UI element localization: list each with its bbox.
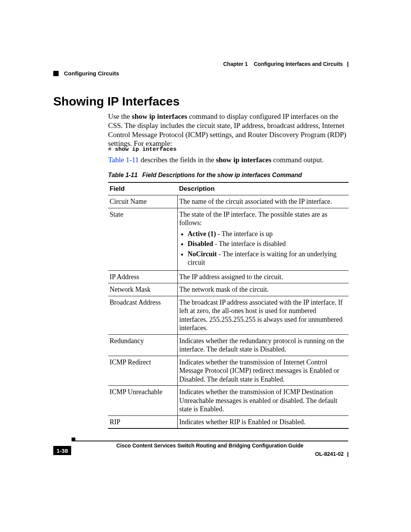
- chapter-title: Configuring Interfaces and Circuits: [254, 61, 343, 67]
- table-row: Network Mask The network mask of the cir…: [108, 283, 349, 296]
- state-text: - The interface is up: [216, 230, 272, 238]
- table-number: Table 1-11: [108, 172, 138, 178]
- page: Chapter 1 Configuring Interfaces and Cir…: [0, 0, 411, 532]
- doc-id-rule: [347, 452, 348, 457]
- field-desc: Indicates whether the transmission of IC…: [178, 386, 349, 416]
- table-row: Broadcast Address The broadcast IP addre…: [108, 296, 349, 334]
- field-desc: The IP address assigned to the circuit.: [178, 270, 349, 283]
- table-row: Redundancy Indicates whether the redunda…: [108, 334, 349, 356]
- table-link[interactable]: Table 1-11: [108, 156, 139, 164]
- section-heading: Showing IP Interfaces: [53, 94, 180, 109]
- col-description: Description: [178, 182, 349, 195]
- table-header-row: Field Description: [108, 182, 349, 195]
- table-row: ICMP Unreachable Indicates whether the t…: [108, 386, 349, 416]
- field-name: ICMP Unreachable: [108, 386, 178, 416]
- state-list: Active (1) - The interface is up Disable…: [179, 230, 346, 267]
- field-name: IP Address: [108, 270, 178, 283]
- col-field: Field: [108, 182, 178, 195]
- state-name: Disabled: [188, 240, 213, 248]
- field-name: Broadcast Address: [108, 296, 178, 334]
- table-row: Circuit Name The name of the circuit ass…: [108, 195, 349, 208]
- table-reference: Table 1-11 describes the fields in the s…: [108, 155, 348, 165]
- table-row: RIP Indicates whether RIP is Enabled or …: [108, 415, 349, 428]
- field-desc: The state of the IP interface. The possi…: [178, 208, 349, 270]
- field-desc: The network mask of the circuit.: [178, 283, 349, 296]
- list-item: Active (1) - The interface is up: [188, 230, 346, 238]
- field-name: Circuit Name: [108, 195, 178, 208]
- ref-text: describes the fields in the: [139, 156, 216, 164]
- square-bullet-icon: [53, 71, 59, 76]
- list-item: Disabled - The interface is disabled: [188, 240, 346, 248]
- running-header: Chapter 1 Configuring Interfaces and Cir…: [223, 61, 349, 67]
- intro-paragraph: Use the show ip interfaces command to di…: [108, 112, 348, 148]
- cmd-text: show ip interfaces: [115, 146, 177, 153]
- fields-table: Field Description Circuit Name The name …: [108, 182, 349, 429]
- table-row: IP Address The IP address assigned to th…: [108, 270, 349, 283]
- cmd-prompt: #: [108, 146, 115, 153]
- field-name: Redundancy: [108, 334, 178, 356]
- breadcrumb: Configuring Circuits: [53, 70, 348, 77]
- table-title: Field Descriptions for the show ip inter…: [142, 172, 302, 178]
- field-name: State: [108, 208, 178, 270]
- command-example: # show ip interfaces: [108, 146, 348, 153]
- breadcrumb-text: Configuring Circuits: [64, 70, 119, 77]
- state-text: - The interface is disabled: [213, 240, 286, 248]
- footer-rule: [72, 441, 348, 441]
- doc-id-text: OL-8241-02: [315, 451, 344, 457]
- table-caption: Table 1-11Field Descriptions for the sho…: [108, 171, 348, 179]
- book-title: Cisco Content Services Switch Routing an…: [72, 443, 348, 449]
- state-desc: The state of the IP interface. The possi…: [179, 211, 327, 227]
- ref-text-2: command output.: [271, 156, 324, 164]
- page-number: 1-38: [53, 446, 71, 455]
- ref-command: show ip interfaces: [216, 156, 271, 164]
- table-row: ICMP Redirect Indicates whether the tran…: [108, 356, 349, 386]
- state-name: Active (1): [188, 230, 216, 238]
- field-desc: The broadcast IP address associated with…: [178, 296, 349, 334]
- field-desc: Indicates whether the redundancy protoco…: [178, 334, 349, 356]
- field-desc: Indicates whether the transmission of In…: [178, 356, 349, 386]
- field-name: Network Mask: [108, 283, 178, 296]
- chapter-label: Chapter 1: [223, 61, 248, 67]
- field-name: RIP: [108, 415, 178, 428]
- field-name: ICMP Redirect: [108, 356, 178, 386]
- intro-command: show ip interfaces: [132, 112, 187, 120]
- document-id: OL-8241-02: [315, 451, 348, 457]
- field-desc: The name of the circuit associated with …: [178, 195, 349, 208]
- field-desc: Indicates whether RIP is Enabled or Disa…: [178, 415, 349, 428]
- intro-text: Use the: [108, 112, 132, 120]
- list-item: NoCircuit - The interface is waiting for…: [188, 250, 346, 267]
- table-row: State The state of the IP interface. The…: [108, 208, 349, 270]
- header-rule: [347, 62, 348, 67]
- state-name: NoCircuit: [188, 250, 217, 258]
